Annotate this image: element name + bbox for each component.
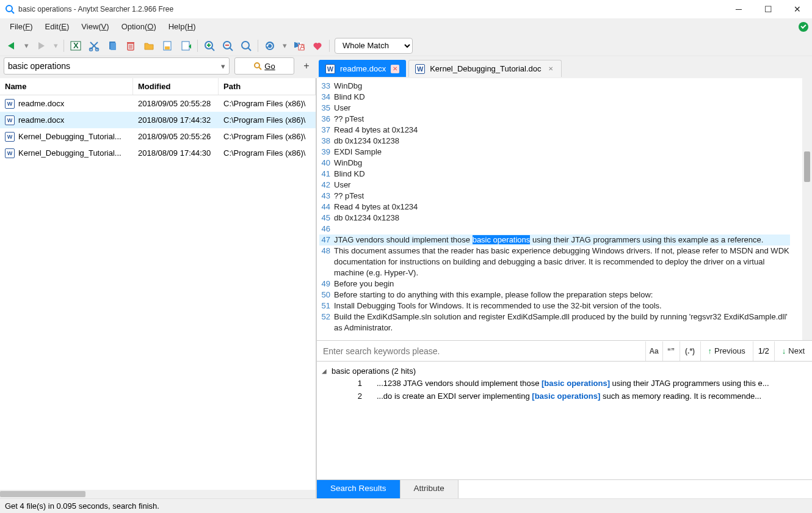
delete-icon[interactable] bbox=[124, 39, 137, 53]
tab-readme[interactable]: W readme.docx ✕ bbox=[319, 60, 406, 77]
results-header: Name Modified Path bbox=[0, 78, 316, 95]
chevron-down-icon[interactable]: ▾ bbox=[221, 62, 225, 71]
regex-toggle[interactable]: (.*) bbox=[680, 341, 700, 361]
forward-button[interactable] bbox=[34, 39, 48, 53]
result-row[interactable]: WKernel_Debugging_Tutorial...2018/08/09 … bbox=[0, 145, 316, 161]
vertical-scrollbar[interactable] bbox=[802, 78, 812, 340]
file-path: C:\Program Files (x86)\ bbox=[219, 115, 316, 125]
column-path[interactable]: Path bbox=[219, 78, 316, 95]
find-bar: Aa “” (.*) ↑Previous 1/2 ↓Next bbox=[317, 341, 812, 362]
search-input[interactable] bbox=[8, 61, 221, 71]
line-number: 37 bbox=[319, 125, 334, 136]
line-text: Read 4 bytes at 0x1234 bbox=[334, 125, 790, 136]
svg-rect-16 bbox=[127, 42, 134, 43]
svg-line-1 bbox=[12, 11, 14, 13]
line-number: 38 bbox=[319, 136, 334, 147]
hits-panel: ◢basic operations (2 hits) 1...1238 JTAG… bbox=[317, 362, 812, 480]
tab-kernel[interactable]: W Kernel_Debugging_Tutorial.doc ✕ bbox=[408, 60, 561, 77]
zoom-in-icon[interactable] bbox=[203, 39, 216, 53]
column-modified[interactable]: Modified bbox=[133, 78, 219, 95]
result-row[interactable]: Wreadme.docx2018/08/09 17:44:32C:\Progra… bbox=[0, 112, 316, 128]
result-row[interactable]: Wreadme.docx2018/09/05 20:55:28C:\Progra… bbox=[0, 95, 316, 112]
cut-icon[interactable] bbox=[87, 39, 101, 53]
line-text: EXDI Sample bbox=[334, 147, 790, 158]
tab-close-icon[interactable]: ✕ bbox=[391, 65, 399, 73]
add-search-button[interactable]: + bbox=[299, 59, 314, 73]
maximize-button[interactable]: ☐ bbox=[761, 4, 775, 14]
excel-icon[interactable]: X bbox=[69, 39, 82, 53]
file-path: C:\Program Files (x86)\ bbox=[219, 132, 316, 141]
properties-icon[interactable] bbox=[161, 39, 174, 53]
word-doc-icon: W bbox=[5, 115, 15, 125]
menu-help[interactable]: Help(H) bbox=[162, 20, 202, 33]
back-button[interactable] bbox=[5, 39, 18, 53]
svg-rect-11 bbox=[111, 43, 116, 50]
close-window-button[interactable]: ✕ bbox=[790, 4, 805, 14]
search-row: ▾ Go + W readme.docx ✕ W Kernel_Debuggin… bbox=[0, 56, 812, 78]
refresh-icon[interactable] bbox=[263, 39, 277, 53]
status-ok-icon bbox=[799, 22, 808, 32]
match-mode-select[interactable]: Whole Match bbox=[335, 38, 413, 54]
svg-line-22 bbox=[211, 48, 214, 51]
word-doc-icon: W bbox=[5, 132, 15, 142]
tab-attribute[interactable]: Attribute bbox=[401, 480, 459, 498]
file-modified: 2018/09/05 20:55:26 bbox=[133, 132, 219, 141]
donate-icon[interactable] bbox=[311, 39, 324, 53]
line-number: 49 bbox=[319, 278, 334, 289]
copy-icon[interactable] bbox=[106, 39, 119, 53]
find-counter: 1/2 bbox=[753, 341, 774, 361]
toolbar: ▾ ▾ X ▾ 文A Whole Match bbox=[0, 35, 812, 56]
titlebar: basic operations - Anytxt Searcher 1.2.9… bbox=[0, 0, 812, 18]
search-tool-icon[interactable] bbox=[239, 39, 253, 53]
find-next-button[interactable]: ↓Next bbox=[774, 341, 812, 361]
line-text: This document assumes that the reader ha… bbox=[334, 246, 790, 278]
file-path: C:\Program Files (x86)\ bbox=[219, 99, 316, 108]
zoom-out-icon[interactable] bbox=[221, 39, 234, 53]
horizontal-scrollbar[interactable] bbox=[0, 490, 316, 498]
file-name: readme.docx bbox=[18, 99, 64, 108]
menu-file[interactable]: File(F) bbox=[4, 20, 39, 33]
whole-word-toggle[interactable]: “” bbox=[662, 341, 680, 361]
tab-search-results[interactable]: Search Results bbox=[317, 480, 401, 498]
status-bar: Get 4 file(s) in 0.095 seconds, search f… bbox=[0, 498, 812, 513]
word-doc-icon: W bbox=[5, 148, 15, 158]
find-previous-button[interactable]: ↑Previous bbox=[700, 341, 753, 361]
match-case-toggle[interactable]: Aa bbox=[645, 341, 662, 361]
hit-row[interactable]: 2...do is create an EXDI server implemen… bbox=[322, 390, 807, 402]
result-row[interactable]: WKernel_Debugging_Tutorial...2018/09/05 … bbox=[0, 128, 316, 145]
open-folder-icon[interactable] bbox=[142, 39, 156, 53]
svg-text:A: A bbox=[300, 42, 305, 51]
app-icon bbox=[5, 4, 15, 14]
menu-view[interactable]: View(V) bbox=[75, 20, 115, 33]
line-text: Before you begin bbox=[334, 278, 790, 289]
hit-row[interactable]: 1...1238 JTAG vendors should implement t… bbox=[322, 377, 807, 390]
hit-text: ...1238 JTAG vendors should implement th… bbox=[377, 379, 769, 388]
menu-option[interactable]: Option(O) bbox=[115, 20, 162, 33]
find-input[interactable] bbox=[317, 341, 645, 361]
word-doc-icon: W bbox=[5, 99, 15, 109]
svg-line-29 bbox=[248, 48, 251, 51]
line-text: WinDbg bbox=[334, 158, 790, 169]
translate-icon[interactable]: 文A bbox=[292, 39, 306, 53]
collapse-icon[interactable]: ◢ bbox=[322, 368, 327, 374]
line-number: 48 bbox=[319, 246, 334, 278]
tab-close-icon[interactable]: ✕ bbox=[546, 65, 555, 73]
export-icon[interactable] bbox=[179, 39, 192, 53]
column-name[interactable]: Name bbox=[0, 78, 133, 95]
menu-edit[interactable]: Edit(E) bbox=[39, 20, 76, 33]
hit-text: ...do is create an EXDI server implement… bbox=[377, 391, 761, 401]
line-text: User bbox=[334, 180, 790, 191]
refresh-dropdown[interactable]: ▾ bbox=[281, 39, 288, 53]
document-viewer[interactable]: 33WinDbg34Blind KD35User36?? pTest37Read… bbox=[317, 78, 802, 340]
hits-header[interactable]: ◢basic operations (2 hits) bbox=[322, 365, 807, 377]
go-button[interactable]: Go bbox=[234, 57, 294, 75]
minimize-button[interactable]: ─ bbox=[731, 4, 746, 14]
bottom-tabs: Search Results Attribute bbox=[317, 480, 812, 498]
back-dropdown[interactable]: ▾ bbox=[23, 39, 29, 53]
line-text: Before starting to do anything with this… bbox=[334, 289, 790, 300]
word-doc-icon: W bbox=[325, 64, 335, 74]
word-doc-icon: W bbox=[415, 64, 425, 74]
search-combo[interactable]: ▾ bbox=[4, 57, 230, 75]
line-text: db 0x1234 0x1238 bbox=[334, 213, 790, 224]
forward-dropdown[interactable]: ▾ bbox=[53, 39, 59, 53]
